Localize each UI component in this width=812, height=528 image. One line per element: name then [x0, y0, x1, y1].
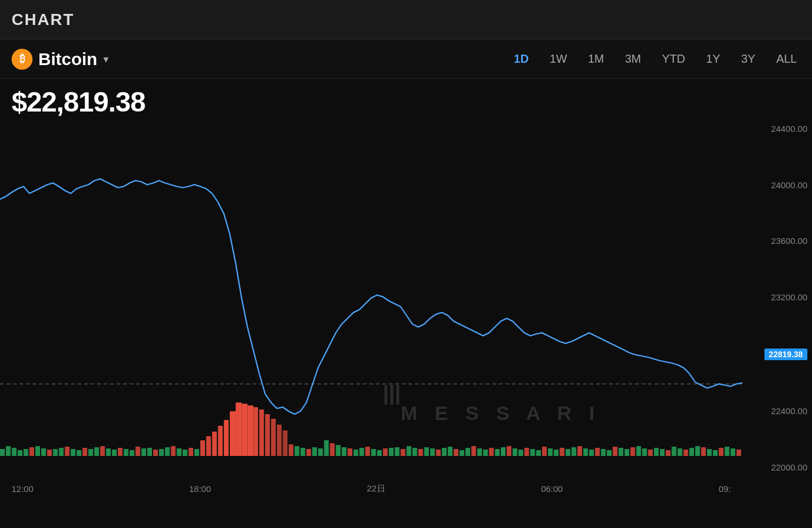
svg-rect-25 — [142, 448, 146, 456]
svg-rect-21 — [118, 448, 122, 456]
svg-rect-27 — [153, 450, 158, 456]
svg-rect-114 — [666, 450, 670, 456]
svg-rect-48 — [277, 425, 282, 456]
svg-rect-56 — [324, 440, 329, 456]
svg-rect-22 — [124, 449, 128, 456]
svg-rect-112 — [654, 448, 659, 456]
x-label-0600: 06:00 — [541, 484, 563, 494]
svg-rect-88 — [513, 448, 517, 456]
price-chart-svg: M E S S A R I ||| — [0, 118, 742, 478]
svg-rect-36 — [206, 436, 211, 456]
time-btn-3m[interactable]: 3M — [622, 50, 645, 68]
svg-rect-71 — [413, 448, 417, 456]
chart-main: M E S S A R I ||| 24400.00 24000.00 2360… — [0, 118, 812, 478]
svg-rect-10 — [53, 449, 57, 456]
svg-rect-101 — [589, 450, 594, 456]
svg-rect-62 — [359, 448, 364, 456]
svg-rect-69 — [400, 449, 405, 456]
svg-rect-84 — [489, 448, 494, 456]
svg-rect-124 — [725, 447, 730, 456]
coin-selector[interactable]: ₿ Bitcoin ▾ — [12, 49, 109, 70]
svg-rect-41 — [236, 403, 241, 456]
svg-rect-91 — [530, 449, 535, 456]
svg-rect-54 — [312, 447, 317, 456]
time-btn-ytd[interactable]: YTD — [658, 50, 688, 68]
svg-rect-113 — [660, 449, 665, 456]
svg-text:|||: ||| — [383, 381, 401, 405]
svg-rect-35 — [200, 440, 205, 456]
svg-rect-66 — [383, 448, 388, 456]
svg-rect-86 — [501, 447, 506, 456]
svg-rect-120 — [701, 447, 706, 456]
coin-name: Bitcoin — [38, 49, 98, 69]
svg-rect-32 — [183, 450, 187, 456]
svg-rect-77 — [447, 447, 452, 456]
svg-rect-89 — [518, 450, 523, 456]
svg-rect-17 — [94, 447, 99, 456]
svg-rect-99 — [578, 446, 582, 456]
svg-rect-44 — [253, 407, 258, 456]
svg-rect-67 — [389, 448, 394, 456]
svg-rect-94 — [548, 448, 553, 456]
time-btn-3y[interactable]: 3Y — [738, 50, 759, 68]
svg-rect-117 — [683, 450, 688, 456]
x-label-09: 09: — [719, 484, 731, 494]
svg-rect-20 — [112, 450, 117, 456]
svg-rect-92 — [536, 450, 541, 456]
svg-rect-47 — [271, 419, 276, 456]
svg-rect-42 — [241, 404, 247, 456]
svg-rect-111 — [648, 450, 653, 456]
svg-rect-107 — [625, 449, 629, 456]
svg-rect-80 — [465, 448, 470, 456]
svg-rect-7 — [35, 446, 40, 456]
svg-rect-60 — [348, 448, 352, 456]
y-label-22400: 22400.00 — [771, 406, 807, 416]
svg-rect-39 — [224, 420, 229, 456]
svg-rect-45 — [259, 410, 264, 456]
chevron-down-icon[interactable]: ▾ — [103, 53, 109, 66]
svg-rect-90 — [524, 448, 529, 456]
svg-rect-68 — [395, 447, 399, 456]
svg-rect-73 — [424, 447, 429, 456]
svg-rect-1 — [0, 449, 5, 456]
svg-rect-122 — [713, 450, 717, 456]
svg-rect-26 — [147, 448, 152, 456]
x-label-22: 22日 — [367, 483, 385, 494]
header-row: ₿ Bitcoin ▾ 1D 1W 1M 3M YTD 1Y 3Y ALL — [0, 39, 812, 79]
svg-rect-109 — [636, 446, 641, 456]
svg-rect-58 — [336, 445, 341, 456]
svg-rect-2 — [6, 446, 10, 456]
svg-rect-108 — [630, 447, 635, 456]
svg-rect-4 — [17, 450, 22, 456]
price-section: $22,819.38 — [0, 79, 812, 118]
svg-rect-40 — [230, 411, 236, 456]
time-btn-1y[interactable]: 1Y — [702, 50, 723, 68]
x-axis: 12:00 18:00 22日 06:00 09: — [0, 478, 812, 499]
svg-rect-37 — [212, 432, 216, 456]
svg-rect-38 — [218, 426, 223, 456]
svg-text:M E S S A R I: M E S S A R I — [400, 402, 600, 424]
svg-rect-13 — [71, 449, 75, 456]
time-btn-1m[interactable]: 1M — [584, 50, 608, 68]
svg-rect-93 — [542, 447, 547, 456]
y-label-24000: 24000.00 — [771, 180, 807, 190]
svg-rect-116 — [677, 448, 682, 456]
btc-icon: ₿ — [12, 49, 33, 70]
svg-rect-12 — [65, 447, 70, 456]
svg-rect-103 — [601, 449, 605, 456]
svg-rect-15 — [82, 448, 87, 456]
svg-rect-118 — [690, 448, 694, 456]
time-btn-1d[interactable]: 1D — [510, 50, 532, 68]
svg-rect-74 — [430, 448, 435, 456]
svg-rect-75 — [436, 450, 441, 456]
svg-rect-79 — [460, 450, 464, 456]
time-period-buttons: 1D 1W 1M 3M YTD 1Y 3Y ALL — [510, 50, 800, 68]
svg-rect-55 — [318, 448, 323, 456]
y-label-23600: 23600.00 — [771, 236, 807, 246]
svg-rect-100 — [583, 448, 588, 456]
svg-rect-64 — [371, 449, 376, 456]
svg-rect-98 — [572, 447, 576, 456]
time-btn-1w[interactable]: 1W — [546, 50, 571, 68]
top-bar: CHART — [0, 0, 812, 39]
time-btn-all[interactable]: ALL — [773, 50, 800, 68]
